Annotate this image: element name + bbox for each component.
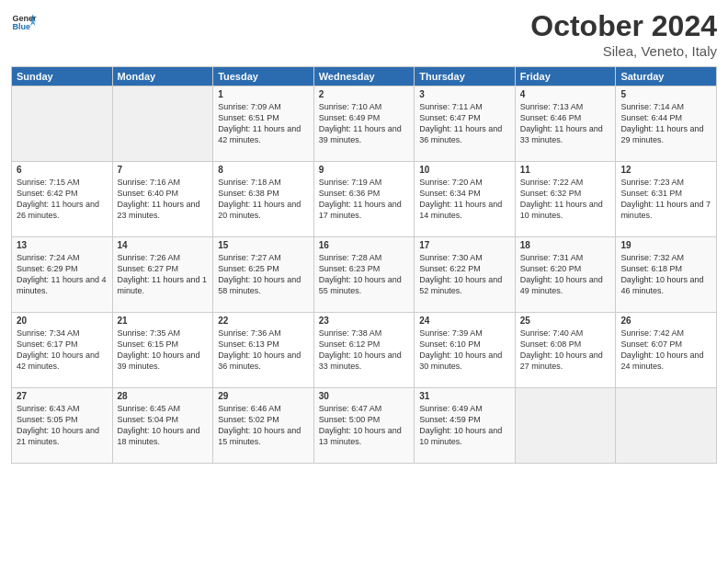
- cell-content: Sunrise: 7:36 AM Sunset: 6:13 PM Dayligh…: [218, 327, 309, 373]
- day-number: 2: [319, 89, 410, 99]
- day-number: 26: [620, 316, 711, 326]
- cell-content: Sunrise: 7:13 AM Sunset: 6:46 PM Dayligh…: [520, 101, 611, 146]
- header: General Blue October 2024 Silea, Veneto,…: [11, 9, 717, 59]
- cell-content: Sunrise: 7:26 AM Sunset: 6:27 PM Dayligh…: [118, 252, 209, 297]
- cell-content: Sunrise: 6:47 AM Sunset: 5:00 PM Dayligh…: [319, 403, 410, 448]
- day-number: 13: [17, 240, 108, 250]
- svg-text:Blue: Blue: [12, 22, 30, 31]
- day-number: 9: [319, 165, 410, 175]
- day-number: 4: [520, 89, 611, 99]
- table-row: [515, 388, 616, 464]
- day-number: 23: [319, 316, 410, 326]
- table-row: 7Sunrise: 7:16 AM Sunset: 6:40 PM Daylig…: [112, 162, 213, 237]
- table-row: 21Sunrise: 7:35 AM Sunset: 6:15 PM Dayli…: [112, 313, 213, 388]
- cell-content: Sunrise: 7:11 AM Sunset: 6:47 PM Dayligh…: [419, 101, 510, 146]
- table-row: 27Sunrise: 6:43 AM Sunset: 5:05 PM Dayli…: [12, 388, 113, 464]
- cell-content: Sunrise: 7:32 AM Sunset: 6:18 PM Dayligh…: [620, 252, 711, 297]
- table-row: 23Sunrise: 7:38 AM Sunset: 6:12 PM Dayli…: [313, 313, 415, 388]
- cell-content: Sunrise: 7:28 AM Sunset: 6:23 PM Dayligh…: [319, 252, 410, 297]
- cell-content: Sunrise: 7:42 AM Sunset: 6:07 PM Dayligh…: [620, 327, 711, 373]
- day-number: 29: [218, 391, 309, 401]
- day-number: 20: [17, 316, 108, 326]
- table-row: 1Sunrise: 7:09 AM Sunset: 6:51 PM Daylig…: [213, 86, 314, 162]
- day-number: 30: [319, 391, 410, 401]
- table-row: 4Sunrise: 7:13 AM Sunset: 6:46 PM Daylig…: [515, 86, 616, 162]
- table-row: 8Sunrise: 7:18 AM Sunset: 6:38 PM Daylig…: [213, 162, 314, 237]
- logo: General Blue: [11, 9, 37, 35]
- table-row: 17Sunrise: 7:30 AM Sunset: 6:22 PM Dayli…: [415, 237, 516, 313]
- cell-content: Sunrise: 7:27 AM Sunset: 6:25 PM Dayligh…: [218, 252, 309, 297]
- day-number: 31: [419, 391, 510, 401]
- table-row: 11Sunrise: 7:22 AM Sunset: 6:32 PM Dayli…: [515, 162, 616, 237]
- cell-content: Sunrise: 7:14 AM Sunset: 6:44 PM Dayligh…: [620, 101, 711, 146]
- day-number: 10: [419, 165, 510, 175]
- cell-content: Sunrise: 7:19 AM Sunset: 6:36 PM Dayligh…: [319, 177, 410, 222]
- day-number: 18: [520, 240, 611, 250]
- table-row: 6Sunrise: 7:15 AM Sunset: 6:42 PM Daylig…: [12, 162, 113, 237]
- cell-content: Sunrise: 6:46 AM Sunset: 5:02 PM Dayligh…: [218, 403, 309, 448]
- table-row: 31Sunrise: 6:49 AM Sunset: 4:59 PM Dayli…: [415, 388, 516, 464]
- cell-content: Sunrise: 7:10 AM Sunset: 6:49 PM Dayligh…: [319, 101, 410, 146]
- day-number: 6: [17, 165, 108, 175]
- day-number: 15: [218, 240, 309, 250]
- col-thursday: Thursday: [415, 67, 516, 86]
- col-wednesday: Wednesday: [313, 67, 415, 86]
- day-number: 19: [620, 240, 711, 250]
- table-row: 14Sunrise: 7:26 AM Sunset: 6:27 PM Dayli…: [112, 237, 213, 313]
- day-number: 3: [419, 89, 510, 99]
- day-number: 5: [620, 89, 711, 99]
- col-monday: Monday: [112, 67, 213, 86]
- title-block: October 2024 Silea, Veneto, Italy: [530, 9, 717, 59]
- table-row: 20Sunrise: 7:34 AM Sunset: 6:17 PM Dayli…: [12, 313, 113, 388]
- table-row: [112, 86, 213, 162]
- cell-content: Sunrise: 7:22 AM Sunset: 6:32 PM Dayligh…: [520, 177, 611, 222]
- table-row: 12Sunrise: 7:23 AM Sunset: 6:31 PM Dayli…: [616, 162, 717, 237]
- cell-content: Sunrise: 7:31 AM Sunset: 6:20 PM Dayligh…: [520, 252, 611, 297]
- logo-icon: General Blue: [11, 9, 37, 35]
- location-title: Silea, Veneto, Italy: [530, 43, 717, 59]
- cell-content: Sunrise: 7:23 AM Sunset: 6:31 PM Dayligh…: [620, 177, 711, 222]
- month-title: October 2024: [530, 9, 717, 43]
- day-number: 16: [319, 240, 410, 250]
- table-row: [12, 86, 113, 162]
- cell-content: Sunrise: 7:30 AM Sunset: 6:22 PM Dayligh…: [419, 252, 510, 297]
- col-sunday: Sunday: [12, 67, 113, 86]
- cell-content: Sunrise: 7:34 AM Sunset: 6:17 PM Dayligh…: [17, 327, 108, 373]
- cell-content: Sunrise: 7:39 AM Sunset: 6:10 PM Dayligh…: [419, 327, 510, 373]
- cell-content: Sunrise: 7:24 AM Sunset: 6:29 PM Dayligh…: [17, 252, 108, 297]
- table-row: 24Sunrise: 7:39 AM Sunset: 6:10 PM Dayli…: [415, 313, 516, 388]
- table-row: 18Sunrise: 7:31 AM Sunset: 6:20 PM Dayli…: [515, 237, 616, 313]
- table-row: 16Sunrise: 7:28 AM Sunset: 6:23 PM Dayli…: [313, 237, 415, 313]
- table-row: 9Sunrise: 7:19 AM Sunset: 6:36 PM Daylig…: [313, 162, 415, 237]
- day-number: 25: [520, 316, 611, 326]
- cell-content: Sunrise: 7:15 AM Sunset: 6:42 PM Dayligh…: [17, 177, 108, 222]
- table-row: 19Sunrise: 7:32 AM Sunset: 6:18 PM Dayli…: [616, 237, 717, 313]
- day-number: 24: [419, 316, 510, 326]
- cell-content: Sunrise: 7:09 AM Sunset: 6:51 PM Dayligh…: [218, 101, 309, 146]
- table-row: 28Sunrise: 6:45 AM Sunset: 5:04 PM Dayli…: [112, 388, 213, 464]
- cell-content: Sunrise: 7:20 AM Sunset: 6:34 PM Dayligh…: [419, 177, 510, 222]
- col-tuesday: Tuesday: [213, 67, 314, 86]
- table-row: 15Sunrise: 7:27 AM Sunset: 6:25 PM Dayli…: [213, 237, 314, 313]
- table-row: 22Sunrise: 7:36 AM Sunset: 6:13 PM Dayli…: [213, 313, 314, 388]
- day-number: 11: [520, 165, 611, 175]
- cell-content: Sunrise: 6:49 AM Sunset: 4:59 PM Dayligh…: [419, 403, 510, 448]
- table-row: 5Sunrise: 7:14 AM Sunset: 6:44 PM Daylig…: [616, 86, 717, 162]
- table-row: 10Sunrise: 7:20 AM Sunset: 6:34 PM Dayli…: [415, 162, 516, 237]
- day-number: 27: [17, 391, 108, 401]
- page: General Blue October 2024 Silea, Veneto,…: [0, 0, 728, 563]
- day-number: 28: [118, 391, 209, 401]
- cell-content: Sunrise: 6:45 AM Sunset: 5:04 PM Dayligh…: [118, 403, 209, 448]
- day-number: 22: [218, 316, 309, 326]
- day-number: 1: [218, 89, 309, 99]
- cell-content: Sunrise: 7:35 AM Sunset: 6:15 PM Dayligh…: [118, 327, 209, 373]
- cell-content: Sunrise: 7:16 AM Sunset: 6:40 PM Dayligh…: [118, 177, 209, 222]
- table-row: 3Sunrise: 7:11 AM Sunset: 6:47 PM Daylig…: [415, 86, 516, 162]
- cell-content: Sunrise: 7:18 AM Sunset: 6:38 PM Dayligh…: [218, 177, 309, 222]
- cell-content: Sunrise: 6:43 AM Sunset: 5:05 PM Dayligh…: [17, 403, 108, 448]
- cell-content: Sunrise: 7:38 AM Sunset: 6:12 PM Dayligh…: [319, 327, 410, 373]
- table-row: [616, 388, 717, 464]
- cell-content: Sunrise: 7:40 AM Sunset: 6:08 PM Dayligh…: [520, 327, 611, 373]
- col-friday: Friday: [515, 67, 616, 86]
- table-row: 30Sunrise: 6:47 AM Sunset: 5:00 PM Dayli…: [313, 388, 415, 464]
